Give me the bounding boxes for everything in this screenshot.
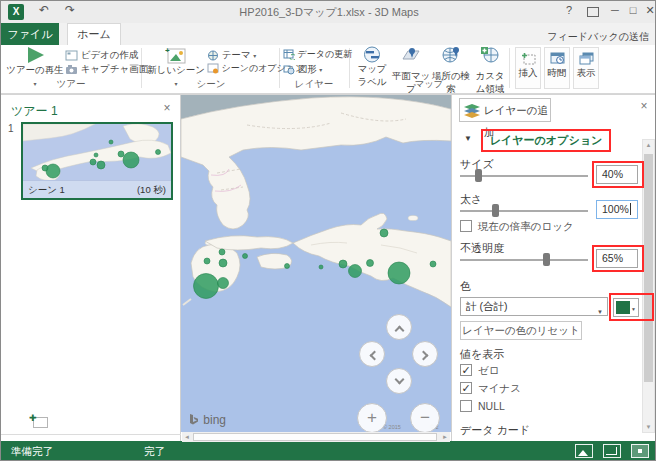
bing-label: bing: [203, 413, 226, 427]
reset-layer-colors-button[interactable]: レイヤーの色のリセット: [460, 321, 582, 340]
scroll-up-icon[interactable]: ▲: [643, 142, 654, 148]
scene-thumbnail[interactable]: シーン 1 (10 秒): [21, 122, 173, 200]
thickness-value-input[interactable]: 100%: [596, 200, 638, 219]
data-bubble[interactable]: [339, 260, 347, 268]
scene-number: 1: [8, 123, 14, 134]
insert-icon: [521, 52, 536, 65]
data-bubble[interactable]: [97, 161, 105, 169]
data-bubble[interactable]: [219, 249, 225, 255]
create-video-button[interactable]: ビデオの作成: [65, 48, 139, 61]
pan-right-button[interactable]: [412, 341, 438, 367]
data-bubble[interactable]: [46, 164, 60, 178]
create-video-label: ビデオの作成: [81, 49, 139, 60]
view-label: 表示: [574, 67, 598, 80]
data-bubble[interactable]: [156, 150, 161, 155]
size-slider-thumb[interactable]: [475, 169, 482, 182]
add-layer-button[interactable]: レイヤーの追加: [459, 98, 551, 122]
chevron-down-icon: ▼: [597, 304, 603, 321]
data-bubble[interactable]: [204, 258, 210, 264]
map-viewport[interactable]: + − bing © 2015 © 2: [181, 95, 451, 432]
minimize-button[interactable]: ─: [607, 4, 623, 16]
window-title: HP2016_3-Dマップ1.xlsx - 3D Maps: [1, 5, 656, 20]
pan-left-button[interactable]: [359, 341, 385, 367]
map-horizontal-scrollbar[interactable]: ◄ ►: [182, 432, 450, 442]
data-bubble[interactable]: [243, 254, 248, 259]
data-bubble[interactable]: [109, 140, 113, 144]
close-button[interactable]: ✕: [642, 4, 656, 17]
scene-caption: シーン 1 (10 秒): [23, 180, 171, 198]
group-label-map: マップ: [399, 78, 459, 91]
tour-panel-close-button[interactable]: ×: [159, 101, 175, 115]
scroll-left-icon[interactable]: ◄: [184, 433, 190, 441]
opacity-slider-thumb[interactable]: [543, 253, 550, 266]
data-bubble[interactable]: [123, 152, 139, 168]
data-bubble[interactable]: [90, 159, 96, 165]
data-bubble[interactable]: [430, 261, 436, 267]
data-bubble[interactable]: [194, 274, 219, 299]
data-bubble[interactable]: [42, 165, 48, 171]
zero-checkbox[interactable]: ✓: [460, 364, 472, 376]
scrollbar-thumb[interactable]: [193, 433, 437, 441]
opacity-slider[interactable]: [460, 259, 588, 261]
view-button[interactable]: 表示: [573, 47, 599, 89]
refresh-data-button[interactable]: データの更新: [283, 48, 352, 61]
data-bubble[interactable]: [218, 278, 229, 289]
ribbon-display-options-icon[interactable]: [587, 7, 599, 17]
thickness-slider[interactable]: [460, 210, 588, 212]
status-fit-view-icon[interactable]: [631, 444, 649, 458]
scene-thumbnail-map: [23, 124, 171, 180]
layer-options-header[interactable]: レイヤーのオプション: [483, 133, 609, 148]
themes-button[interactable]: テーマ ▾: [207, 48, 256, 61]
layer-panel-close-button[interactable]: ×: [636, 99, 652, 113]
scene-options-icon: [207, 63, 219, 74]
color-field-dropdown[interactable]: 計 (合計) ▼: [460, 297, 608, 316]
text-caret: [630, 203, 631, 215]
thickness-slider-thumb[interactable]: [492, 204, 499, 217]
pan-down-button[interactable]: [386, 368, 412, 394]
custom-regions-button[interactable]: カスタム領域: [471, 46, 509, 96]
add-scene-button[interactable]: ✚: [29, 413, 49, 429]
time-button[interactable]: 時間: [544, 47, 570, 89]
pan-up-button[interactable]: [386, 314, 412, 340]
tab-file[interactable]: ファイル: [1, 23, 59, 45]
annotation-box: [592, 245, 644, 272]
scrollbar-thumb[interactable]: [644, 154, 653, 382]
minus-checkbox[interactable]: ✓: [460, 382, 472, 394]
status-slide-view-icon[interactable]: [575, 444, 593, 458]
color-label: 色: [460, 279, 471, 294]
scene-duration: (10 秒): [137, 181, 166, 199]
status-capture-view-icon[interactable]: [603, 444, 621, 458]
shapes-button[interactable]: 図形 ▾: [283, 62, 322, 75]
collapse-triangle-icon[interactable]: ▼: [464, 134, 472, 143]
zoom-out-button[interactable]: −: [410, 403, 440, 432]
null-checkbox[interactable]: [460, 400, 472, 412]
data-card-label: データ カード: [460, 423, 530, 438]
annotation-box: [609, 293, 654, 321]
send-feedback-link[interactable]: フィードバックの送信: [547, 30, 649, 44]
data-bubble[interactable]: [118, 151, 124, 157]
view-icon: [579, 52, 594, 65]
scroll-right-icon[interactable]: ►: [442, 433, 448, 441]
time-label: 時間: [545, 67, 569, 80]
data-bubble[interactable]: [219, 259, 227, 267]
find-location-icon: [441, 46, 461, 63]
capture-screen-button[interactable]: キャプチャ画面: [65, 62, 148, 75]
chevron-down-icon: [395, 375, 405, 385]
data-bubble[interactable]: [319, 265, 323, 269]
scroll-down-icon[interactable]: ▼: [643, 424, 654, 430]
insert-button[interactable]: 挿入: [515, 47, 541, 89]
data-bubble[interactable]: [380, 229, 388, 237]
data-bubble[interactable]: [367, 260, 374, 267]
data-bubble[interactable]: [94, 153, 98, 157]
map-labels-button[interactable]: マップ ラベル: [353, 46, 391, 89]
help-button[interactable]: ?: [561, 4, 577, 16]
data-bubble[interactable]: [349, 265, 362, 278]
tab-home[interactable]: ホーム: [67, 23, 121, 45]
data-bubble[interactable]: [388, 262, 410, 284]
refresh-data-label: データの更新: [298, 49, 353, 59]
map-labels-label-2: ラベル: [353, 76, 391, 89]
zoom-in-button[interactable]: +: [357, 403, 387, 432]
lock-scale-checkbox[interactable]: [460, 220, 472, 232]
data-bubble[interactable]: [285, 264, 290, 269]
maximize-button[interactable]: □: [625, 4, 641, 16]
